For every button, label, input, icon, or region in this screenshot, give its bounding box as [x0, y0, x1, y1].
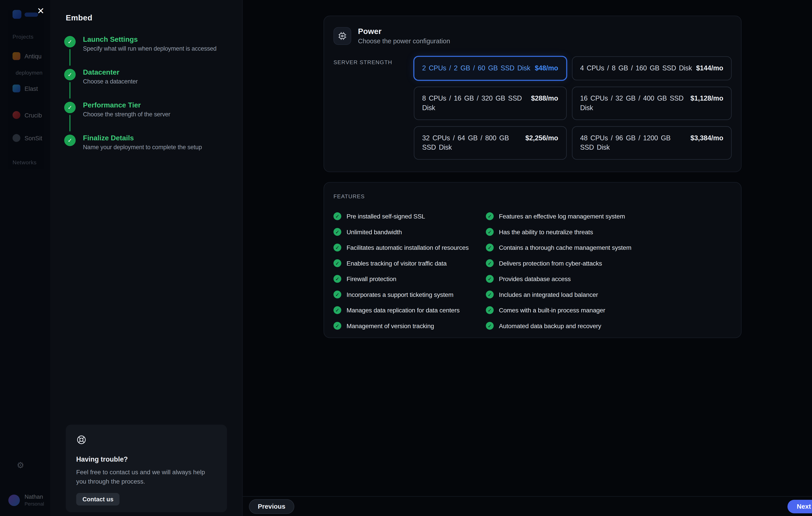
sidebar-project-item[interactable]: Antiqu [12, 52, 41, 60]
deployment-setup-screen: Projects Antiqu deploymen Elast Crucib S… [0, 0, 812, 516]
setup-stepper: ✓ Launch Settings Specify what will run … [64, 34, 229, 166]
sidebar-subitem[interactable]: deploymen [16, 69, 42, 75]
feature-item: ✓Firewall protection [334, 274, 486, 283]
check-icon: ✓ [486, 275, 494, 283]
close-icon[interactable]: ✕ [35, 6, 47, 17]
option-price: $1,128/mo [691, 94, 723, 103]
help-card: Having trouble? Feel free to contact us … [66, 425, 227, 512]
option-price: $3,384/mo [691, 133, 723, 143]
next-button[interactable]: Next [787, 499, 812, 513]
step-subtitle: Specify what will run when deployment is… [83, 45, 216, 52]
step-title: Finalize Details [83, 133, 202, 142]
check-icon: ✓ [334, 275, 341, 283]
step-title: Launch Settings [83, 34, 216, 43]
feature-item: ✓Enables tracking of visitor traffic dat… [334, 259, 486, 268]
option-spec: 16 CPUs / 32 GB / 400 GB SSD Disk [580, 94, 686, 113]
sidebar-project-item[interactable]: Elast [12, 85, 38, 92]
settings-gear-icon[interactable]: ⚙ [17, 461, 24, 469]
step-subtitle: Choose the strength of the server [83, 111, 170, 117]
footer-bar: Previous Next [243, 496, 812, 516]
step-performance-tier[interactable]: ✓ Performance Tier Choose the strength o… [64, 100, 229, 133]
power-subtitle: Choose the power configuration [358, 37, 450, 45]
step-connector [69, 115, 70, 131]
feature-item: ✓Unlimited bandwidth [334, 227, 486, 236]
features-column-left: ✓Pre installed self-signed SSL ✓Unlimite… [334, 212, 486, 330]
projects-label: Projects [12, 33, 33, 39]
feature-item: ✓Management of version tracking [334, 321, 486, 330]
server-option-8cpu[interactable]: 8 CPUs / 16 GB / 320 GB SSD Disk $288/mo [414, 87, 567, 120]
sidebar-dimmed-content: Projects Antiqu deploymen Elast Crucib S… [0, 0, 50, 516]
step-finalize-details[interactable]: ✓ Finalize Details Name your deployment … [64, 133, 229, 166]
step-title: Performance Tier [83, 100, 170, 109]
option-spec: 48 CPUs / 96 GB / 1200 GB SSD Disk [580, 133, 686, 152]
project-icon [12, 111, 20, 119]
server-option-2cpu[interactable]: 2 CPUs / 2 GB / 60 GB SSD Disk $48/mo [414, 56, 567, 80]
feature-item: ✓Pre installed self-signed SSL [334, 212, 486, 221]
user-menu[interactable]: Nathan Personal [8, 493, 44, 507]
user-name: Nathan [24, 493, 44, 500]
help-body: Feel free to contact us and we will alwa… [76, 467, 216, 486]
step-launch-settings[interactable]: ✓ Launch Settings Specify what will run … [64, 34, 229, 67]
check-icon: ✓ [334, 212, 341, 220]
feature-item: ✓Facilitates automatic installation of r… [334, 243, 486, 252]
drawer-title: Embed [66, 13, 242, 22]
check-icon: ✓ [334, 244, 341, 251]
check-icon: ✓ [334, 228, 341, 236]
check-icon: ✓ [486, 306, 494, 314]
features-label: FEATURES [334, 193, 732, 199]
check-icon: ✓ [486, 259, 494, 267]
check-icon: ✓ [334, 306, 341, 314]
step-subtitle: Name your deployment to complete the set… [83, 144, 202, 150]
server-strength-label: SERVER STRENGTH [334, 56, 414, 160]
feature-item: ✓Incorporates a support ticketing system [334, 290, 486, 299]
lifebuoy-icon [76, 434, 87, 445]
option-price: $2,256/mo [525, 133, 558, 143]
option-price: $48/mo [535, 64, 558, 73]
feature-item: ✓Comes with a built-in process manager [486, 306, 631, 314]
option-spec: 2 CPUs / 2 GB / 60 GB SSD Disk [422, 64, 530, 73]
check-icon: ✓ [486, 244, 494, 251]
server-option-32cpu[interactable]: 32 CPUs / 64 GB / 800 GB SSD Disk $2,256… [414, 126, 567, 160]
sidebar-project-item[interactable]: Crucib [12, 111, 42, 119]
option-price: $144/mo [696, 64, 723, 73]
sidebar-section-label: Networks [12, 159, 36, 165]
contact-us-button[interactable]: Contact us [76, 493, 120, 505]
option-spec: 8 CPUs / 16 GB / 320 GB SSD Disk [422, 94, 527, 113]
server-options-grid: 2 CPUs / 2 GB / 60 GB SSD Disk $48/mo 4 … [414, 56, 732, 160]
app-logo[interactable] [12, 10, 38, 19]
project-icon [12, 85, 20, 92]
power-card: Power Choose the power configuration SER… [324, 16, 742, 172]
server-option-48cpu[interactable]: 48 CPUs / 96 GB / 1200 GB SSD Disk $3,38… [572, 126, 732, 160]
check-icon: ✓ [486, 291, 494, 298]
option-price: $288/mo [531, 94, 558, 103]
previous-button[interactable]: Previous [249, 499, 294, 514]
project-icon [12, 134, 20, 142]
server-option-16cpu[interactable]: 16 CPUs / 32 GB / 400 GB SSD Disk $1,128… [572, 87, 732, 120]
step-datacenter[interactable]: ✓ Datacenter Choose a datacenter [64, 67, 229, 100]
features-column-right: ✓Features an effective log management sy… [486, 212, 631, 330]
option-spec: 32 CPUs / 64 GB / 800 GB SSD Disk [422, 133, 521, 152]
cpu-chip-icon [334, 27, 351, 44]
check-icon: ✓ [334, 291, 341, 298]
feature-item: ✓Automated data backup and recovery [486, 321, 631, 330]
setup-drawer: Embed ✓ Launch Settings Specify what wil… [50, 0, 243, 516]
step-complete-check-icon: ✓ [64, 69, 76, 80]
feature-item: ✓Contains a thorough cache management sy… [486, 243, 631, 252]
server-option-4cpu[interactable]: 4 CPUs / 8 GB / 160 GB SSD Disk $144/mo [572, 56, 732, 80]
check-icon: ✓ [486, 212, 494, 220]
option-spec: 4 CPUs / 8 GB / 160 GB SSD Disk [580, 64, 692, 73]
sidebar-project-item[interactable]: SonSit [12, 134, 42, 142]
feature-item: ✓Includes an integrated load balancer [486, 290, 631, 299]
step-complete-check-icon: ✓ [64, 36, 76, 48]
app-sidebar: Projects Antiqu deploymen Elast Crucib S… [0, 0, 50, 516]
features-card: FEATURES ✓Pre installed self-signed SSL … [324, 182, 742, 338]
main-content: Power Choose the power configuration SER… [243, 0, 812, 516]
step-title: Datacenter [83, 67, 138, 76]
power-title: Power [358, 27, 450, 35]
check-icon: ✓ [334, 259, 341, 267]
check-icon: ✓ [486, 228, 494, 236]
feature-item: ✓Manages data replication for data cente… [334, 306, 486, 314]
user-role: Personal [24, 501, 44, 507]
feature-item: ✓Has the ability to neutralize threats [486, 227, 631, 236]
check-icon: ✓ [486, 322, 494, 330]
